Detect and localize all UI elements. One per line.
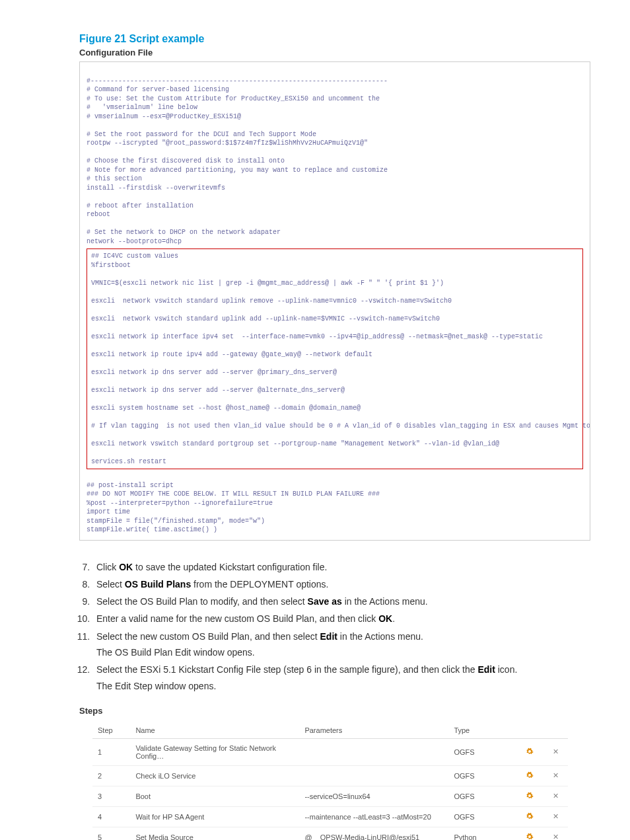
cell-parameters: @__OPSW-Media-LinURI@/esxi51: [299, 827, 448, 840]
cell-type: OGFS: [448, 738, 516, 765]
table-row[interactable]: 2Check iLO ServiceOGFS✕: [92, 765, 568, 786]
gear-icon[interactable]: [526, 793, 534, 801]
col-name: Name: [130, 722, 299, 739]
cell-name: Check iLO Service: [130, 765, 299, 786]
col-parameters: Parameters: [299, 722, 448, 739]
cell-type: OGFS: [448, 765, 516, 786]
close-icon[interactable]: ✕: [553, 747, 559, 755]
close-icon[interactable]: ✕: [553, 833, 559, 840]
col-step: Step: [92, 722, 130, 739]
close-icon[interactable]: ✕: [553, 792, 559, 800]
close-icon[interactable]: ✕: [553, 771, 559, 779]
instruction-item: Select OS Build Plans from the DEPLOYMEN…: [92, 578, 590, 591]
gear-icon[interactable]: [526, 834, 534, 840]
col-type: Type: [448, 722, 516, 739]
cell-name: Boot: [130, 786, 299, 806]
script-top: #---------------------------------------…: [87, 77, 388, 245]
close-icon[interactable]: ✕: [553, 812, 559, 820]
cell-type: Python: [448, 827, 516, 840]
table-row[interactable]: 4Wait for HP SA Agent--maintenance --atL…: [92, 806, 568, 827]
cell-parameters: [299, 738, 448, 765]
script-box: #---------------------------------------…: [79, 61, 590, 541]
table-row[interactable]: 1Validate Gateway Setting for Static Net…: [92, 738, 568, 765]
script-bottom: ## post-install script ### DO NOT MODIFY…: [87, 482, 380, 534]
cell-name: Set Media Source: [130, 827, 299, 840]
steps-heading: Steps: [79, 706, 590, 716]
script-highlight-block: ## IC4VC custom values %firstboot VMNIC=…: [87, 248, 583, 469]
gear-icon[interactable]: [526, 749, 534, 757]
cell-step: 3: [92, 786, 130, 806]
cell-step: 2: [92, 765, 130, 786]
instruction-item: Enter a valid name for the new custom OS…: [92, 612, 590, 625]
config-file-label: Configuration File: [79, 48, 590, 57]
instruction-item: Select the OS Build Plan to modify, and …: [92, 595, 590, 608]
figure-title: Figure 21 Script example: [79, 33, 590, 45]
cell-type: OGFS: [448, 786, 516, 806]
table-row[interactable]: 5Set Media Source@__OPSW-Media-LinURI@/e…: [92, 827, 568, 840]
instruction-item: Select the new custom OS Build Plan, and…: [92, 630, 590, 660]
gear-icon[interactable]: [526, 814, 534, 821]
steps-table: Step Name Parameters Type 1Validate Gate…: [92, 722, 568, 840]
instruction-item: Click OK to save the updated Kickstart c…: [92, 560, 590, 574]
cell-parameters: --maintenance --atLeast=3 --atMost=20: [299, 806, 448, 827]
cell-step: 4: [92, 806, 130, 827]
cell-parameters: [299, 765, 448, 786]
cell-step: 1: [92, 738, 130, 765]
cell-type: OGFS: [448, 806, 516, 827]
cell-name: Validate Gateway Setting for Static Netw…: [130, 738, 299, 765]
cell-name: Wait for HP SA Agent: [130, 806, 299, 827]
instruction-item: Select the ESXi 5.1 Kickstart Config Fil…: [92, 663, 590, 693]
cell-parameters: --serviceOS=linux64: [299, 786, 448, 806]
table-row[interactable]: 3Boot--serviceOS=linux64OGFS✕: [92, 786, 568, 806]
cell-step: 5: [92, 827, 130, 840]
instruction-list: Click OK to save the updated Kickstart c…: [66, 560, 590, 693]
gear-icon[interactable]: [526, 773, 534, 781]
